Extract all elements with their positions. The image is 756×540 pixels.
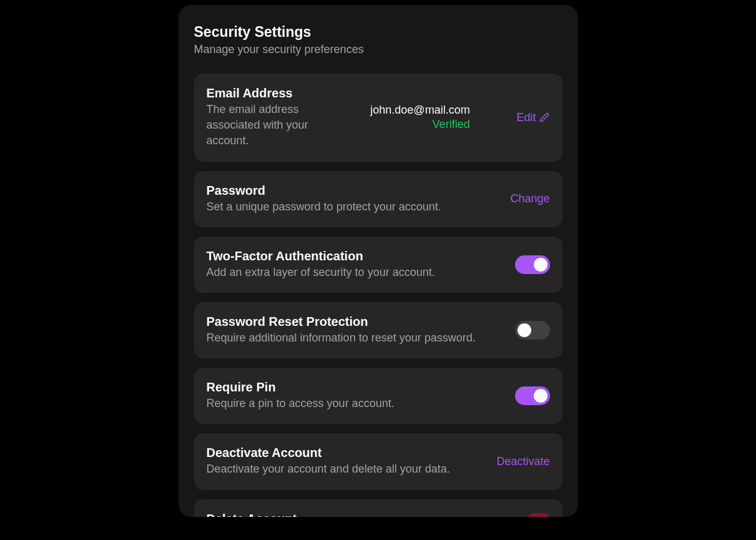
delete-section: Delete Account — [194, 499, 562, 518]
email-title: Email Address — [207, 86, 331, 101]
email-info: Email Address The email address associat… — [207, 86, 331, 149]
pin-toggle[interactable] — [515, 386, 550, 405]
email-value-block: john.doe@mail.com Verified — [370, 104, 469, 131]
reset-protection-desc: Require additional information to reset … — [207, 330, 503, 346]
page-subtitle: Manage your security preferences — [194, 43, 562, 56]
pin-title: Require Pin — [207, 380, 503, 395]
deactivate-desc: Deactivate your account and delete all y… — [207, 461, 484, 477]
password-info: Password Set a unique password to protec… — [207, 184, 498, 215]
email-status-badge: Verified — [370, 118, 469, 131]
toggle-knob — [518, 323, 531, 337]
delete-button[interactable] — [528, 513, 550, 517]
reset-protection-toggle[interactable] — [515, 321, 550, 340]
edit-label: Edit — [516, 111, 536, 124]
reset-protection-section: Password Reset Protection Require additi… — [194, 302, 562, 358]
pencil-icon — [539, 112, 549, 122]
deactivate-button[interactable]: Deactivate — [496, 455, 549, 468]
change-label: Change — [510, 192, 549, 205]
twofa-title: Two-Factor Authentication — [207, 249, 503, 263]
deactivate-info: Deactivate Account Deactivate your accou… — [207, 446, 484, 477]
deactivate-section: Deactivate Account Deactivate your accou… — [194, 433, 562, 489]
password-desc: Set a unique password to protect your ac… — [207, 199, 498, 215]
toggle-knob — [534, 389, 547, 403]
edit-email-button[interactable]: Edit — [516, 111, 549, 124]
twofa-toggle[interactable] — [515, 255, 550, 274]
twofa-info: Two-Factor Authentication Add an extra l… — [207, 249, 503, 280]
twofa-desc: Add an extra layer of security to your a… — [207, 265, 503, 280]
reset-protection-title: Password Reset Protection — [207, 315, 503, 329]
email-desc: The email address associated with your a… — [207, 102, 331, 149]
deactivate-label: Deactivate — [496, 455, 549, 468]
pin-info: Require Pin Require a pin to access your… — [207, 380, 503, 411]
password-section: Password Set a unique password to protec… — [194, 171, 562, 227]
password-title: Password — [207, 184, 498, 198]
twofa-section: Two-Factor Authentication Add an extra l… — [194, 237, 562, 293]
pin-section: Require Pin Require a pin to access your… — [194, 368, 562, 424]
change-password-button[interactable]: Change — [510, 192, 549, 205]
card-header: Security Settings Manage your security p… — [194, 24, 562, 56]
delete-title: Delete Account — [207, 512, 515, 518]
page-title: Security Settings — [194, 24, 562, 41]
reset-protection-info: Password Reset Protection Require additi… — [207, 315, 503, 346]
email-section: Email Address The email address associat… — [194, 74, 562, 162]
delete-info: Delete Account — [207, 512, 515, 518]
security-settings-card: Security Settings Manage your security p… — [179, 5, 578, 517]
pin-desc: Require a pin to access your account. — [207, 396, 503, 411]
email-value: john.doe@mail.com — [370, 104, 469, 117]
toggle-knob — [534, 258, 547, 272]
deactivate-title: Deactivate Account — [207, 446, 484, 460]
